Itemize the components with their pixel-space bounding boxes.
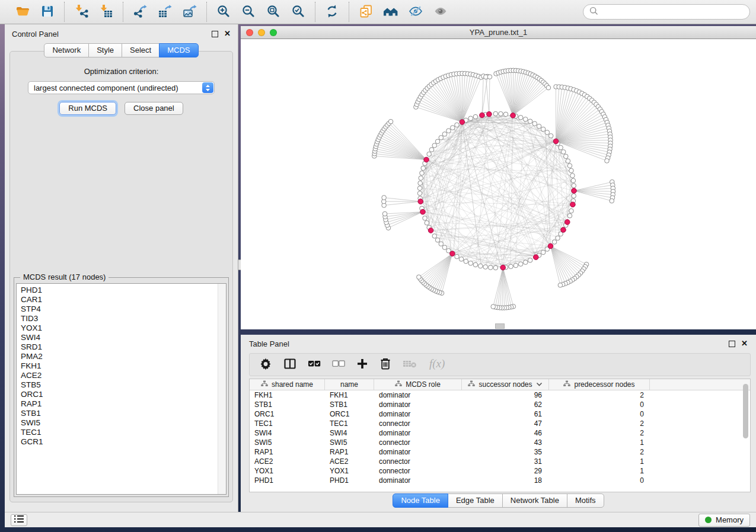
- table-row[interactable]: TEC1TEC1connector472: [250, 419, 750, 428]
- table-row[interactable]: SWI4SWI4dominator462: [250, 428, 750, 438]
- table-row[interactable]: SWI5SWI5connector431: [250, 438, 750, 447]
- cell-predecessors: 2: [549, 448, 650, 456]
- memory-status-icon: [705, 517, 712, 523]
- result-list-item[interactable]: SWI5: [21, 418, 226, 428]
- network-window-titlebar[interactable]: YPA_prune.txt_1: [241, 26, 756, 39]
- table-row[interactable]: STB1STB1dominator620: [250, 400, 750, 409]
- cell-successors: 43: [462, 438, 549, 447]
- column-header-shared-name[interactable]: shared name: [250, 379, 325, 390]
- table-row[interactable]: ORC1ORC1dominator610: [250, 409, 750, 419]
- zoom-fit-button[interactable]: [262, 2, 285, 21]
- result-list-item[interactable]: PHD1: [21, 286, 226, 295]
- close-table-panel-icon[interactable]: ✕: [741, 340, 748, 347]
- result-list-item[interactable]: CAR1: [21, 295, 226, 305]
- result-list-item[interactable]: TID3: [21, 314, 226, 323]
- export-network-button[interactable]: [129, 2, 151, 21]
- toolbar-group: [206, 2, 315, 22]
- tab-select[interactable]: Select: [122, 43, 160, 57]
- tab-node-table[interactable]: Node Table: [393, 493, 448, 508]
- split-columns-button[interactable]: [283, 357, 296, 373]
- criterion-select[interactable]: largest connected component (undirected): [28, 81, 215, 94]
- table-row[interactable]: RAP1RAP1dominator352: [250, 447, 750, 457]
- import-network-button[interactable]: [70, 2, 92, 21]
- tab-motifs[interactable]: Motifs: [567, 493, 604, 508]
- table-row[interactable]: FKH1FKH1dominator962: [250, 390, 750, 400]
- cell-successors: 61: [462, 410, 549, 418]
- export-table-button[interactable]: [154, 2, 176, 21]
- birdseye-button[interactable]: [429, 2, 452, 21]
- column-header-MCDS-role[interactable]: MCDS role: [374, 379, 462, 390]
- minimize-window-icon[interactable]: [258, 29, 265, 36]
- table-row[interactable]: ACE2ACE2connector311: [250, 457, 750, 466]
- gear-icon: [259, 357, 272, 372]
- export-image-button[interactable]: [178, 2, 201, 21]
- tab-network-table[interactable]: Network Table: [502, 493, 567, 508]
- network-canvas[interactable]: [241, 39, 756, 329]
- import-table-button[interactable]: [95, 2, 117, 21]
- clear-selection-button[interactable]: [332, 357, 345, 373]
- add-column-button[interactable]: [356, 357, 368, 373]
- column-header-name[interactable]: name: [325, 379, 374, 390]
- memory-button[interactable]: Memory: [698, 514, 750, 527]
- float-table-panel-icon[interactable]: [729, 341, 735, 347]
- gear-button[interactable]: [259, 357, 272, 373]
- column-header-predecessor-nodes[interactable]: predecessor nodes: [549, 379, 650, 390]
- mcds-result-list[interactable]: PHD1CAR1STP4TID3YOX1SWI4SRD1PMA2FKH1ACE2…: [16, 283, 227, 495]
- cell-role: connector: [374, 438, 462, 447]
- panel-menu-button[interactable]: [11, 514, 27, 526]
- table-row[interactable]: YOX1YOX1connector291: [250, 466, 750, 476]
- cell-successors: 46: [462, 429, 549, 437]
- delete-column-button[interactable]: [379, 357, 391, 373]
- zoom-out-button[interactable]: [237, 2, 260, 21]
- memory-label: Memory: [716, 515, 744, 524]
- result-list-item[interactable]: SRD1: [21, 342, 226, 352]
- table-scrollbar-thumb[interactable]: [743, 384, 748, 438]
- import-network-icon: [74, 4, 89, 20]
- control-panel: Control Panel ✕ NetworkStyleSelectMCDS O…: [5, 24, 238, 512]
- tab-network[interactable]: Network: [44, 43, 89, 57]
- zoom-selected-button[interactable]: [287, 2, 310, 21]
- zoom-in-button[interactable]: [212, 2, 235, 21]
- close-window-icon[interactable]: [246, 29, 253, 36]
- mcds-result-title: MCDS result (17 nodes): [20, 273, 109, 281]
- column-header-successor-nodes[interactable]: successor nodes: [462, 379, 549, 390]
- result-list-item[interactable]: STB1: [21, 409, 226, 418]
- run-mcds-button[interactable]: Run MCDS: [59, 102, 116, 115]
- result-list-item[interactable]: STP4: [21, 305, 226, 314]
- svg-text:f(x): f(x): [429, 357, 445, 370]
- result-list-item[interactable]: GCR1: [21, 437, 226, 447]
- open-button[interactable]: [11, 2, 34, 21]
- result-list-item[interactable]: ACE2: [21, 371, 226, 380]
- result-list-item[interactable]: SWI4: [21, 333, 226, 342]
- close-panel-button[interactable]: Close panel: [125, 102, 183, 115]
- result-list-item[interactable]: STB5: [21, 380, 226, 390]
- canvas-scroll-thumb[interactable]: [495, 323, 505, 329]
- tab-edge-table[interactable]: Edge Table: [448, 493, 503, 508]
- search-box[interactable]: [583, 4, 750, 20]
- table-panel-title: Table Panel: [249, 339, 289, 348]
- search-input[interactable]: [602, 7, 744, 17]
- cell-successors: 96: [462, 391, 549, 399]
- result-list-item[interactable]: ORC1: [21, 390, 226, 399]
- result-list-item[interactable]: FKH1: [21, 361, 226, 371]
- table-row[interactable]: PHD1PHD1dominator180: [250, 476, 750, 485]
- home-button[interactable]: [379, 2, 402, 21]
- result-list-item[interactable]: TEC1: [21, 428, 226, 437]
- close-panel-icon[interactable]: ✕: [224, 30, 231, 37]
- duplicate-network-button[interactable]: [355, 2, 377, 21]
- select-all-rows-button[interactable]: [308, 357, 321, 373]
- result-list-item[interactable]: PMA2: [21, 352, 226, 361]
- result-list-item[interactable]: RAP1: [21, 399, 226, 409]
- tab-style[interactable]: Style: [88, 43, 122, 57]
- maximize-window-icon[interactable]: [270, 29, 277, 36]
- column-label: successor nodes: [479, 380, 532, 389]
- table-scrollbar[interactable]: [742, 383, 749, 488]
- float-panel-icon[interactable]: [212, 31, 218, 37]
- result-list-item[interactable]: YOX1: [21, 323, 226, 333]
- save-button[interactable]: [36, 2, 59, 21]
- tree-icon: [395, 380, 402, 389]
- result-list-scrollbar[interactable]: [218, 284, 226, 494]
- hide-details-button[interactable]: [404, 2, 427, 21]
- tab-mcds[interactable]: MCDS: [159, 43, 198, 57]
- refresh-button[interactable]: [321, 2, 343, 21]
